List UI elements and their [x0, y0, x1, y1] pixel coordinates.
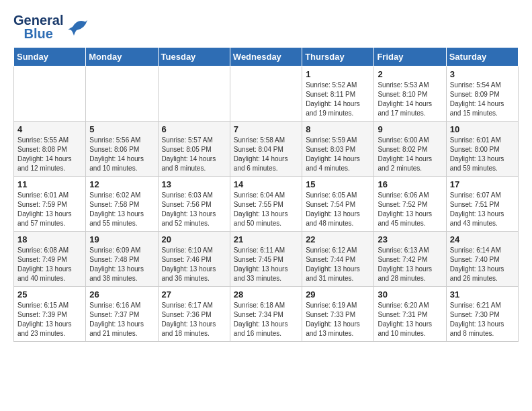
logo-bird-icon: [66, 17, 91, 37]
calendar-cell: 2Sunrise: 5:53 AM Sunset: 8:10 PM Daylig…: [374, 66, 446, 122]
day-info: Sunrise: 6:05 AM Sunset: 7:54 PM Dayligh…: [306, 191, 370, 228]
calendar-cell: 16Sunrise: 6:06 AM Sunset: 7:52 PM Dayli…: [374, 177, 446, 232]
calendar-header-row: SundayMondayTuesdayWednesdayThursdayFrid…: [14, 48, 519, 66]
day-number: 14: [234, 179, 298, 189]
calendar-cell: [230, 66, 302, 122]
calendar-cell: [14, 66, 86, 122]
calendar-cell: 8Sunrise: 5:59 AM Sunset: 8:03 PM Daylig…: [302, 122, 374, 177]
weekday-header-friday: Friday: [374, 48, 446, 66]
day-number: 8: [306, 124, 370, 134]
calendar-cell: 29Sunrise: 6:19 AM Sunset: 7:33 PM Dayli…: [302, 287, 374, 342]
calendar-week-row: 25Sunrise: 6:15 AM Sunset: 7:39 PM Dayli…: [14, 287, 519, 342]
day-info: Sunrise: 5:53 AM Sunset: 8:10 PM Dayligh…: [378, 81, 442, 118]
calendar-cell: 14Sunrise: 6:04 AM Sunset: 7:55 PM Dayli…: [230, 177, 302, 232]
day-info: Sunrise: 6:00 AM Sunset: 8:02 PM Dayligh…: [378, 136, 442, 173]
day-info: Sunrise: 5:55 AM Sunset: 8:08 PM Dayligh…: [17, 136, 82, 173]
calendar-week-row: 1Sunrise: 5:52 AM Sunset: 8:11 PM Daylig…: [14, 66, 519, 122]
weekday-header-saturday: Saturday: [446, 48, 518, 66]
calendar-cell: 24Sunrise: 6:14 AM Sunset: 7:40 PM Dayli…: [446, 232, 518, 287]
calendar-cell: 31Sunrise: 6:21 AM Sunset: 7:30 PM Dayli…: [446, 287, 518, 342]
day-number: 7: [234, 124, 298, 134]
day-number: 13: [162, 179, 226, 189]
calendar-cell: 10Sunrise: 6:01 AM Sunset: 8:00 PM Dayli…: [446, 122, 518, 177]
calendar-cell: 9Sunrise: 6:00 AM Sunset: 8:02 PM Daylig…: [374, 122, 446, 177]
day-info: Sunrise: 6:13 AM Sunset: 7:42 PM Dayligh…: [378, 246, 442, 283]
day-info: Sunrise: 5:52 AM Sunset: 8:11 PM Dayligh…: [306, 81, 370, 118]
day-number: 18: [17, 234, 82, 244]
calendar-cell: 15Sunrise: 6:05 AM Sunset: 7:54 PM Dayli…: [302, 177, 374, 232]
day-info: Sunrise: 6:14 AM Sunset: 7:40 PM Dayligh…: [450, 246, 515, 283]
day-info: Sunrise: 6:21 AM Sunset: 7:30 PM Dayligh…: [450, 301, 515, 338]
day-info: Sunrise: 6:01 AM Sunset: 8:00 PM Dayligh…: [450, 136, 515, 173]
day-number: 28: [234, 289, 298, 300]
calendar-cell: 19Sunrise: 6:09 AM Sunset: 7:48 PM Dayli…: [86, 232, 158, 287]
day-number: 4: [17, 124, 82, 134]
day-number: 3: [450, 69, 515, 79]
weekday-header-thursday: Thursday: [302, 48, 374, 66]
day-number: 12: [89, 179, 154, 189]
calendar-cell: 23Sunrise: 6:13 AM Sunset: 7:42 PM Dayli…: [374, 232, 446, 287]
calendar-cell: 7Sunrise: 5:58 AM Sunset: 8:04 PM Daylig…: [230, 122, 302, 177]
calendar-cell: 18Sunrise: 6:08 AM Sunset: 7:49 PM Dayli…: [14, 232, 86, 287]
day-number: 31: [450, 289, 515, 300]
calendar-cell: 3Sunrise: 5:54 AM Sunset: 8:09 PM Daylig…: [446, 66, 518, 122]
calendar-cell: 1Sunrise: 5:52 AM Sunset: 8:11 PM Daylig…: [302, 66, 374, 122]
day-info: Sunrise: 6:08 AM Sunset: 7:49 PM Dayligh…: [17, 246, 82, 283]
calendar-cell: 25Sunrise: 6:15 AM Sunset: 7:39 PM Dayli…: [14, 287, 86, 342]
calendar-cell: 11Sunrise: 6:01 AM Sunset: 7:59 PM Dayli…: [14, 177, 86, 232]
day-info: Sunrise: 5:59 AM Sunset: 8:03 PM Dayligh…: [306, 136, 370, 173]
day-number: 9: [378, 124, 442, 134]
day-info: Sunrise: 6:09 AM Sunset: 7:48 PM Dayligh…: [89, 246, 154, 283]
calendar-body: 1Sunrise: 5:52 AM Sunset: 8:11 PM Daylig…: [14, 66, 519, 342]
day-number: 30: [378, 289, 442, 300]
day-number: 17: [450, 179, 515, 189]
day-info: Sunrise: 6:06 AM Sunset: 7:52 PM Dayligh…: [378, 191, 442, 228]
calendar-cell: [158, 66, 230, 122]
day-info: Sunrise: 6:02 AM Sunset: 7:58 PM Dayligh…: [89, 191, 154, 228]
day-number: 10: [450, 124, 515, 134]
day-number: 20: [162, 234, 226, 244]
day-number: 15: [306, 179, 370, 189]
day-info: Sunrise: 6:17 AM Sunset: 7:36 PM Dayligh…: [162, 301, 226, 338]
day-number: 26: [89, 289, 154, 300]
weekday-header-wednesday: Wednesday: [230, 48, 302, 66]
logo: General Blue: [13, 13, 91, 40]
calendar-week-row: 11Sunrise: 6:01 AM Sunset: 7:59 PM Dayli…: [14, 177, 519, 232]
day-number: 24: [450, 234, 515, 244]
day-info: Sunrise: 6:03 AM Sunset: 7:56 PM Dayligh…: [162, 191, 226, 228]
day-number: 11: [17, 179, 82, 189]
day-number: 29: [306, 289, 370, 300]
day-number: 19: [89, 234, 154, 244]
day-info: Sunrise: 5:57 AM Sunset: 8:05 PM Dayligh…: [162, 136, 226, 173]
calendar-cell: 5Sunrise: 5:56 AM Sunset: 8:06 PM Daylig…: [86, 122, 158, 177]
day-info: Sunrise: 6:18 AM Sunset: 7:34 PM Dayligh…: [234, 301, 298, 338]
day-info: Sunrise: 6:04 AM Sunset: 7:55 PM Dayligh…: [234, 191, 298, 228]
day-info: Sunrise: 6:10 AM Sunset: 7:46 PM Dayligh…: [162, 246, 226, 283]
calendar-cell: 12Sunrise: 6:02 AM Sunset: 7:58 PM Dayli…: [86, 177, 158, 232]
day-info: Sunrise: 6:07 AM Sunset: 7:51 PM Dayligh…: [450, 191, 515, 228]
calendar-table: SundayMondayTuesdayWednesdayThursdayFrid…: [13, 47, 519, 342]
day-number: 25: [17, 289, 82, 300]
calendar-cell: 17Sunrise: 6:07 AM Sunset: 7:51 PM Dayli…: [446, 177, 518, 232]
day-info: Sunrise: 6:16 AM Sunset: 7:37 PM Dayligh…: [89, 301, 154, 338]
calendar-cell: 27Sunrise: 6:17 AM Sunset: 7:36 PM Dayli…: [158, 287, 230, 342]
day-number: 1: [306, 69, 370, 79]
calendar-cell: [86, 66, 158, 122]
day-info: Sunrise: 5:56 AM Sunset: 8:06 PM Dayligh…: [89, 136, 154, 173]
day-number: 2: [378, 69, 442, 79]
calendar-cell: 22Sunrise: 6:12 AM Sunset: 7:44 PM Dayli…: [302, 232, 374, 287]
calendar-week-row: 4Sunrise: 5:55 AM Sunset: 8:08 PM Daylig…: [14, 122, 519, 177]
day-info: Sunrise: 6:01 AM Sunset: 7:59 PM Dayligh…: [17, 191, 82, 228]
day-info: Sunrise: 6:15 AM Sunset: 7:39 PM Dayligh…: [17, 301, 82, 338]
calendar-cell: 13Sunrise: 6:03 AM Sunset: 7:56 PM Dayli…: [158, 177, 230, 232]
day-info: Sunrise: 5:58 AM Sunset: 8:04 PM Dayligh…: [234, 136, 298, 173]
weekday-header-tuesday: Tuesday: [158, 48, 230, 66]
day-number: 21: [234, 234, 298, 244]
weekday-header-monday: Monday: [86, 48, 158, 66]
day-number: 23: [378, 234, 442, 244]
day-number: 6: [162, 124, 226, 134]
day-info: Sunrise: 6:11 AM Sunset: 7:45 PM Dayligh…: [234, 246, 298, 283]
day-info: Sunrise: 6:12 AM Sunset: 7:44 PM Dayligh…: [306, 246, 370, 283]
calendar-cell: 20Sunrise: 6:10 AM Sunset: 7:46 PM Dayli…: [158, 232, 230, 287]
day-number: 16: [378, 179, 442, 189]
